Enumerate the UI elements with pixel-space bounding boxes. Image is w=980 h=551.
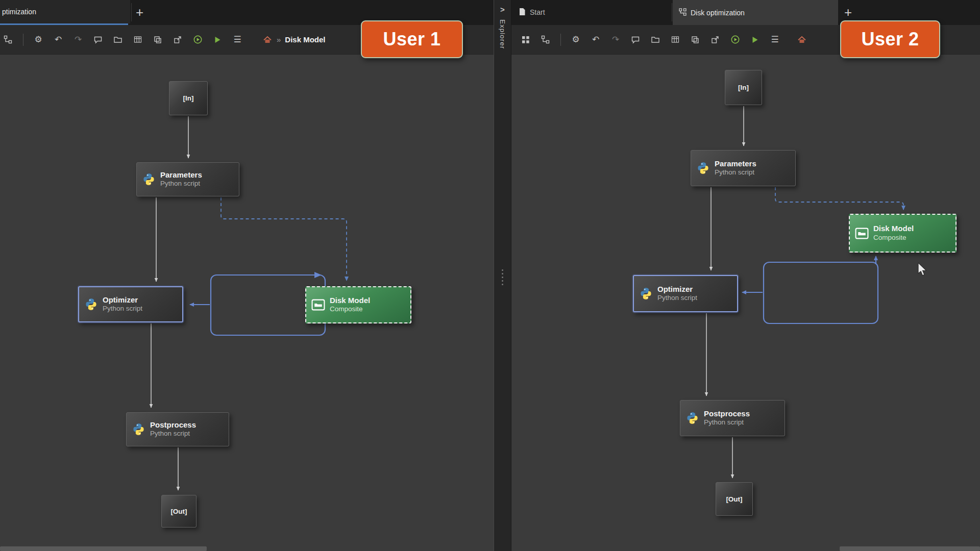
node-subtitle: Composite [873,234,914,242]
node-disk-model[interactable]: Disk ModelComposite [305,286,411,323]
node-title: Disk Model [873,224,914,234]
toolbar-separator [23,34,23,46]
node-postprocess[interactable]: PostprocessPython script [680,400,785,436]
run-settings-icon[interactable] [730,35,740,45]
tab-separator [672,3,672,21]
pane-splitter[interactable]: > Explorer [494,0,511,551]
node-title: Parameters [715,159,756,169]
undo-icon[interactable]: ↶ [53,35,63,45]
node-subtitle: Python script [657,294,697,303]
redo-icon[interactable]: ↷ [73,35,83,45]
python-icon [639,287,653,300]
tab-label: Start [530,8,545,16]
editor-pane-user1: ptimization + ⚙ ↶ ↷ [0,0,494,551]
copy-icon[interactable] [690,35,700,45]
node-subtitle: Python script [704,418,750,427]
export-icon[interactable] [710,35,720,45]
node-disk-model[interactable]: Disk ModelComposite [849,214,957,253]
python-icon [132,422,145,436]
tab-start[interactable]: Start [511,0,672,24]
node-out[interactable]: [Out] [161,495,197,528]
node-title: Disk Model [330,296,370,306]
user2-badge: User 2 [840,20,940,58]
menu-icon[interactable]: ☰ [770,35,780,45]
toolbar-separator [560,34,561,46]
grid-icon[interactable] [670,35,680,45]
wire-layer-left [0,0,494,551]
editor-pane-user2: Start Disk optimization + ⚙ ↶ ↷ [511,0,980,551]
gear-icon[interactable]: ⚙ [33,35,43,45]
python-icon [84,297,98,311]
node-optimizer[interactable]: OptimizerPython script [633,275,738,312]
node-out-label: [Out] [170,508,187,515]
tree-icon[interactable] [3,35,13,45]
tab-disk-optimization-left[interactable]: ptimization [0,0,130,23]
explorer-panel-label[interactable]: Explorer [499,19,506,49]
python-icon [142,172,156,186]
horizontal-scrollbar-thumb[interactable] [840,546,980,551]
home-icon[interactable] [797,35,807,45]
new-tab-button[interactable]: + [136,0,143,25]
play-icon[interactable] [212,35,223,45]
node-postprocess[interactable]: PostprocessPython script [126,412,229,446]
grid-icon[interactable] [133,35,143,45]
node-title: Postprocess [150,420,196,430]
menu-icon[interactable]: ☰ [232,35,242,45]
mouse-cursor [917,263,927,279]
comment-icon[interactable] [630,35,641,45]
dashboard-icon[interactable] [521,35,531,45]
undo-icon[interactable]: ↶ [591,35,601,45]
home-icon[interactable] [262,35,273,45]
composite-icon [311,299,325,311]
folder-icon[interactable] [650,35,660,45]
node-title: Postprocess [704,409,750,419]
tab-separator [131,3,132,21]
user1-badge: User 1 [361,20,463,58]
tab-disk-optimization[interactable]: Disk optimization [673,0,838,25]
node-out-label: [Out] [726,495,742,503]
breadcrumb-title: Disk Model [285,35,325,44]
python-icon [696,161,710,175]
tab-label: Disk optimization [691,9,745,17]
node-title: Parameters [160,170,202,180]
node-subtitle: Python script [160,180,202,188]
play-icon[interactable] [750,35,760,45]
node-parameters[interactable]: ParametersPython script [691,150,796,186]
node-title: Optimizer [103,295,142,305]
node-in[interactable]: [In] [725,70,762,105]
expand-panel-chevron-icon[interactable]: > [494,5,511,14]
copy-icon[interactable] [153,35,163,45]
workspace: ptimization + ⚙ ↶ ↷ [0,0,980,551]
composite-icon [855,228,869,239]
export-icon[interactable] [173,35,183,45]
python-icon [685,411,699,425]
node-optimizer[interactable]: OptimizerPython script [78,286,183,322]
node-subtitle: Composite [330,305,370,314]
tree-icon[interactable] [541,35,551,45]
node-in[interactable]: [In] [169,81,208,115]
node-in-label: [In] [738,84,749,91]
breadcrumb: » Disk Model [262,35,326,45]
breadcrumb-separator: » [277,35,281,44]
node-title: Optimizer [657,285,697,294]
splitter-handle[interactable] [494,267,511,287]
comment-icon[interactable] [93,35,103,45]
horizontal-scrollbar-thumb[interactable] [0,546,207,551]
node-subtitle: Python script [150,430,196,438]
run-settings-icon[interactable] [192,35,203,45]
workflow-icon [679,8,687,17]
node-subtitle: Python script [715,168,756,177]
tab-label: ptimization [2,8,36,16]
node-subtitle: Python script [103,305,142,313]
gear-icon[interactable]: ⚙ [571,35,581,45]
node-out[interactable]: [Out] [716,482,753,516]
redo-icon[interactable]: ↷ [610,35,621,45]
node-parameters[interactable]: ParametersPython script [136,162,239,196]
folder-icon[interactable] [113,35,123,45]
node-in-label: [In] [183,94,194,102]
document-icon [519,8,526,17]
